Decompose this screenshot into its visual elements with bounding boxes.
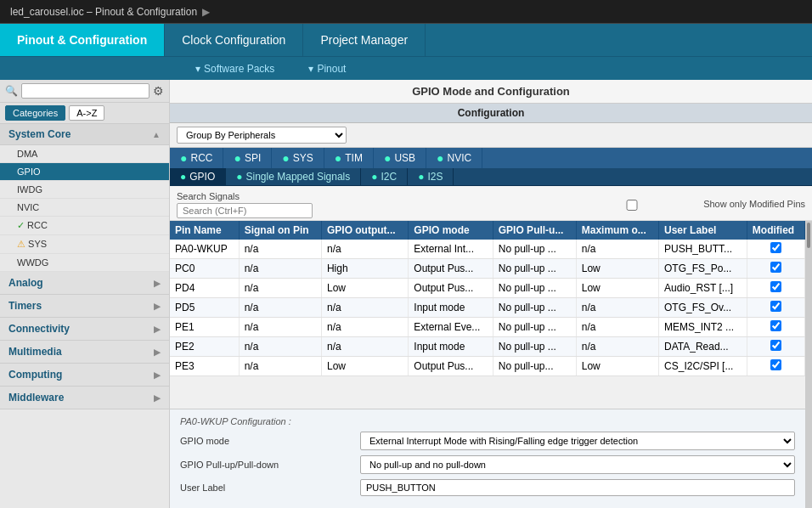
modified-checkbox[interactable] [770, 301, 781, 312]
show-modified-checkbox[interactable] [564, 200, 700, 211]
sidebar-tab-categories[interactable]: Categories [5, 105, 65, 121]
modified-checkbox[interactable] [770, 359, 781, 370]
col-pin-name[interactable]: Pin Name [170, 221, 239, 240]
modified-checkbox[interactable] [770, 281, 781, 292]
sidebar-category-label: Connectivity [8, 323, 70, 335]
peripheral-tab-usb[interactable]: ● USB [374, 148, 426, 168]
sidebar-item-sys[interactable]: SYS [0, 235, 169, 254]
main-layout: 🔍 ⚙ Categories A->Z System Core ▲ DMA GP… [0, 80, 812, 508]
table-cell: OTG_FS_Po... [659, 259, 747, 279]
sidebar-item-gpio[interactable]: GPIO [0, 163, 169, 181]
sub-tab-pinout[interactable]: ▾ Pinout [291, 57, 363, 80]
peripheral-tab-spi[interactable]: ● SPI [223, 148, 272, 168]
table-row[interactable]: PA0-WKUPn/an/aExternal Int...No pull-up … [170, 240, 805, 259]
modified-cell [747, 259, 804, 279]
tab-project[interactable]: Project Manager [303, 24, 426, 56]
table-cell: PD4 [170, 279, 239, 298]
sidebar-category-analog[interactable]: Analog ▶ [0, 272, 169, 295]
right-scrollbar[interactable] [805, 221, 812, 508]
col-max-output[interactable]: Maximum o... [576, 221, 658, 240]
modified-checkbox[interactable] [770, 320, 781, 331]
sidebar-category-timers[interactable]: Timers ▶ [0, 295, 169, 318]
table-cell: High [321, 259, 408, 279]
group-by-bar: Group By Peripherals Group By IP [170, 123, 812, 148]
gpio-tab-label: I2S [427, 171, 443, 183]
modified-cell [747, 318, 804, 337]
sub-tab-bar: ▾ Software Packs ▾ Pinout [0, 56, 812, 80]
table-cell: External Int... [409, 240, 493, 259]
col-gpio-pull[interactable]: GPIO Pull-u... [493, 221, 576, 240]
gpio-tab-i2c[interactable]: ● I2C [361, 168, 408, 185]
table-cell: PD5 [170, 298, 239, 318]
chevron-right-icon: ▶ [154, 302, 161, 311]
gear-icon[interactable]: ⚙ [153, 84, 164, 98]
sidebar-item-nvic[interactable]: NVIC [0, 199, 169, 217]
show-modified-label: Show only Modified Pins [703, 199, 805, 209]
table-cell: DATA_Read... [659, 337, 747, 357]
table-cell: n/a [239, 240, 321, 259]
content-title: GPIO Mode and Configuration [170, 80, 812, 104]
table-row[interactable]: PD5n/an/aInput modeNo pull-up ...n/aOTG_… [170, 298, 805, 318]
config-row-label: User Label [180, 479, 795, 496]
sidebar-item-dma[interactable]: DMA [0, 145, 169, 163]
signal-area: Search Signals Show only Modified Pins [170, 186, 812, 221]
content-main: Pin Name Signal on Pin GPIO output... GP… [170, 221, 812, 508]
table-row[interactable]: PE1n/an/aExternal Eve...No pull-up ...n/… [170, 318, 805, 337]
table-cell: n/a [321, 298, 408, 318]
sidebar-group-system-core[interactable]: System Core ▲ [0, 124, 169, 145]
search-input[interactable] [21, 83, 149, 99]
gpio-tab-single-mapped[interactable]: ● Single Mapped Signals [226, 168, 361, 185]
table-cell: Input mode [409, 298, 493, 318]
modified-checkbox[interactable] [770, 262, 781, 273]
dot-icon: ● [335, 151, 341, 165]
gpio-tab-label: I2C [381, 171, 398, 183]
peripheral-tab-nvic[interactable]: ● NVIC [426, 148, 482, 168]
table-cell: n/a [239, 298, 321, 318]
content-inner: Pin Name Signal on Pin GPIO output... GP… [170, 221, 805, 508]
modified-checkbox[interactable] [770, 242, 781, 253]
config-label-user: User Label [180, 483, 350, 493]
sidebar-search-bar: 🔍 ⚙ [0, 80, 169, 103]
sidebar-category-label: Middleware [8, 392, 64, 404]
tab-clock[interactable]: Clock Configuration [165, 24, 303, 56]
sidebar-item-iwdg[interactable]: IWDG [0, 181, 169, 199]
title-arrow: ▶ [202, 6, 210, 18]
peripheral-tab-label: SPI [245, 152, 261, 164]
modified-checkbox[interactable] [770, 340, 781, 351]
peripheral-tab-rcc[interactable]: ● RCC [170, 148, 223, 168]
table-row[interactable]: PE3n/aLowOutput Pus...No pull-up...LowCS… [170, 357, 805, 376]
dot-icon: ● [282, 151, 289, 165]
sidebar-category-computing[interactable]: Computing ▶ [0, 364, 169, 387]
col-gpio-output[interactable]: GPIO output... [321, 221, 408, 240]
table-row[interactable]: PE2n/an/aInput modeNo pull-up ...n/aDATA… [170, 337, 805, 357]
tab-pinout[interactable]: Pinout & Configuration [0, 24, 165, 56]
sidebar-category-multimedia[interactable]: Multimedia ▶ [0, 341, 169, 364]
sidebar-category-middleware[interactable]: Middleware ▶ [0, 387, 169, 409]
sub-tab-software-packs[interactable]: ▾ Software Packs [178, 57, 291, 80]
col-signal[interactable]: Signal on Pin [239, 221, 321, 240]
peripheral-tab-sys[interactable]: ● SYS [272, 148, 324, 168]
table-cell: PA0-WKUP [170, 240, 239, 259]
gpio-mode-select[interactable]: External Interrupt Mode with Rising/Fall… [360, 432, 795, 450]
gpio-tab-i2s[interactable]: ● I2S [408, 168, 454, 185]
col-user-label[interactable]: User Label [659, 221, 747, 240]
sidebar-item-wwdg[interactable]: WWDG [0, 254, 169, 272]
peripheral-tab-tim[interactable]: ● TIM [324, 148, 374, 168]
dot-icon: ● [437, 151, 443, 165]
table-cell: Output Pus... [409, 279, 493, 298]
group-by-select[interactable]: Group By Peripherals Group By IP [177, 127, 347, 144]
sidebar-item-rcc[interactable]: RCC [0, 217, 169, 235]
signal-search-input[interactable] [177, 203, 313, 218]
sidebar-tab-az[interactable]: A->Z [69, 105, 104, 121]
gpio-tab-gpio[interactable]: ● GPIO [170, 168, 226, 185]
user-label-input[interactable] [360, 479, 795, 496]
col-gpio-mode[interactable]: GPIO mode [409, 221, 493, 240]
table-cell: n/a [576, 240, 658, 259]
scrollbar-thumb[interactable] [807, 223, 810, 248]
sidebar-category-connectivity[interactable]: Connectivity ▶ [0, 318, 169, 341]
col-modified[interactable]: Modified [747, 221, 804, 240]
table-row[interactable]: PC0n/aHighOutput Pus...No pull-up ...Low… [170, 259, 805, 279]
show-modified-area: Show only Modified Pins [564, 199, 805, 211]
gpio-pull-select[interactable]: No pull-up and no pull-down [360, 455, 795, 474]
table-row[interactable]: PD4n/aLowOutput Pus...No pull-up ...LowA… [170, 279, 805, 298]
